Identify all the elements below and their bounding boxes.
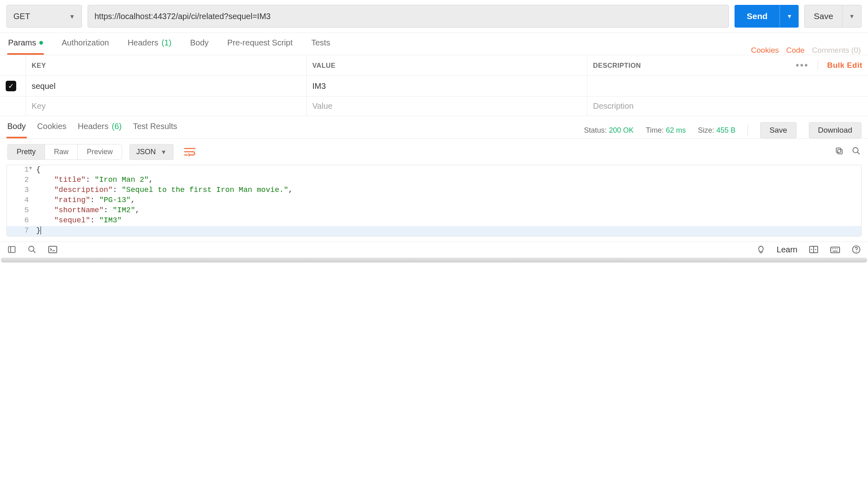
fold-icon[interactable]: ▼ — [29, 165, 32, 172]
svg-point-13 — [815, 249, 816, 250]
response-save-button[interactable]: Save — [760, 122, 796, 138]
chevron-down-icon: ▼ — [161, 148, 167, 155]
tab-response-body[interactable]: Body — [6, 116, 27, 138]
search-icon[interactable] — [852, 146, 861, 157]
code-link[interactable]: Code — [786, 46, 804, 55]
svg-point-2 — [853, 147, 858, 153]
url-value: https://localhost:44372/api/ci/related?s… — [95, 12, 271, 21]
two-pane-icon[interactable] — [809, 245, 819, 254]
code-line: 7} — [7, 226, 861, 236]
param-value-placeholder[interactable]: Value — [307, 96, 587, 116]
help-icon[interactable] — [852, 245, 861, 254]
console-icon[interactable] — [48, 245, 58, 254]
svg-rect-14 — [831, 247, 840, 253]
response-view-toolbar: Pretty Raw Preview JSON ▼ — [0, 139, 868, 165]
response-download-button[interactable]: Download — [809, 122, 862, 138]
view-pretty-button[interactable]: Pretty — [8, 144, 45, 159]
more-icon[interactable]: ••• — [796, 60, 809, 71]
send-caret-button[interactable]: ▼ — [780, 5, 799, 28]
http-method-select[interactable]: GET ▼ — [6, 5, 82, 28]
http-method-value: GET — [13, 12, 30, 21]
svg-line-3 — [857, 152, 860, 154]
wrap-lines-toggle[interactable] — [181, 144, 199, 160]
save-button-group: Save ▼ — [804, 5, 862, 28]
view-raw-button[interactable]: Raw — [45, 144, 77, 159]
size-value: 455 B — [716, 126, 735, 134]
keyboard-shortcuts-icon[interactable] — [830, 245, 840, 254]
param-value-cell[interactable]: IM3 — [307, 75, 587, 96]
save-caret-button[interactable]: ▼ — [842, 5, 862, 28]
learn-link[interactable]: Learn — [777, 245, 797, 254]
send-button-group: Send ▼ — [735, 5, 799, 28]
time-label: Time: — [646, 126, 664, 134]
wrap-lines-icon — [184, 147, 196, 156]
response-tabs-row: Body Cookies Headers (6) Test Results St… — [0, 116, 868, 139]
tab-response-headers[interactable]: Headers (6) — [77, 116, 122, 138]
params-grid: KEY VALUE DESCRIPTION ••• Bulk Edit ✓ se… — [0, 55, 868, 116]
tab-body[interactable]: Body — [189, 32, 210, 55]
chevron-down-icon: ▼ — [849, 13, 855, 19]
status-value: 200 OK — [609, 126, 634, 134]
tab-headers[interactable]: Headers (1) — [127, 32, 172, 55]
table-row: Key Value Description — [0, 96, 868, 116]
horizontal-scrollbar[interactable] — [1, 258, 867, 263]
svg-rect-1 — [836, 148, 841, 152]
param-description-cell[interactable] — [587, 75, 868, 96]
bootcamp-icon[interactable] — [756, 245, 765, 254]
cookies-link[interactable]: Cookies — [751, 46, 779, 55]
params-description-header: DESCRIPTION ••• Bulk Edit — [587, 55, 868, 75]
time-value: 62 ms — [666, 126, 686, 134]
tab-authorization[interactable]: Authorization — [61, 32, 110, 55]
sidebar-icon[interactable] — [7, 245, 16, 254]
svg-rect-0 — [838, 149, 842, 154]
params-key-header: KEY — [26, 55, 307, 75]
param-enabled-checkbox-placeholder[interactable] — [0, 96, 26, 116]
code-line: 6 "sequel": "IM3" — [7, 216, 861, 226]
tab-pre-request[interactable]: Pre-request Script — [226, 32, 293, 55]
response-body-viewer[interactable]: 1▼{2 "title": "Iron Man 2",3 "descriptio… — [6, 165, 862, 237]
view-mode-segment: Pretty Raw Preview — [7, 144, 122, 160]
copy-icon[interactable] — [835, 146, 844, 157]
params-active-dot-icon — [39, 41, 43, 45]
chevron-down-icon: ▼ — [69, 13, 75, 20]
svg-rect-8 — [49, 246, 57, 253]
table-row: ✓ sequel IM3 — [0, 75, 868, 96]
svg-point-21 — [856, 252, 857, 252]
request-bar: GET ▼ https://localhost:44372/api/ci/rel… — [0, 0, 868, 32]
status-label: Status: — [584, 126, 607, 134]
tab-test-results[interactable]: Test Results — [132, 116, 178, 138]
tab-response-cookies[interactable]: Cookies — [37, 116, 67, 138]
status-bar: Learn — [0, 241, 868, 258]
param-description-placeholder[interactable]: Description — [587, 96, 868, 116]
param-enabled-checkbox[interactable]: ✓ — [0, 75, 26, 96]
param-key-cell[interactable]: sequel — [26, 75, 307, 96]
view-preview-button[interactable]: Preview — [77, 144, 122, 159]
find-icon[interactable] — [28, 245, 37, 254]
format-select[interactable]: JSON ▼ — [129, 144, 174, 160]
chevron-down-icon: ▼ — [786, 13, 792, 19]
size-label: Size: — [698, 126, 714, 134]
checkmark-icon: ✓ — [6, 81, 16, 91]
code-line: 4 "rating": "PG-13", — [7, 196, 861, 206]
params-checkbox-header — [0, 55, 26, 75]
param-key-placeholder[interactable]: Key — [26, 96, 307, 116]
svg-point-6 — [29, 246, 34, 252]
code-line: 3 "description": "Sequel to the first Ir… — [7, 185, 861, 196]
request-tabs-row: Params Authorization Headers (1) Body Pr… — [0, 32, 868, 55]
svg-point-12 — [811, 249, 812, 250]
save-button[interactable]: Save — [804, 5, 842, 28]
comments-link[interactable]: Comments (0) — [812, 46, 861, 55]
tab-tests[interactable]: Tests — [310, 32, 331, 55]
svg-line-7 — [33, 251, 36, 253]
params-value-header: VALUE — [307, 55, 587, 75]
url-input[interactable]: https://localhost:44372/api/ci/related?s… — [88, 5, 729, 28]
code-line: 1▼{ — [7, 165, 861, 175]
code-line: 2 "title": "Iron Man 2", — [7, 175, 861, 185]
svg-rect-4 — [9, 247, 15, 253]
send-button[interactable]: Send — [735, 5, 780, 28]
bulk-edit-link[interactable]: Bulk Edit — [827, 61, 862, 70]
tab-params[interactable]: Params — [7, 32, 44, 55]
code-line: 5 "shortName": "IM2", — [7, 206, 861, 216]
